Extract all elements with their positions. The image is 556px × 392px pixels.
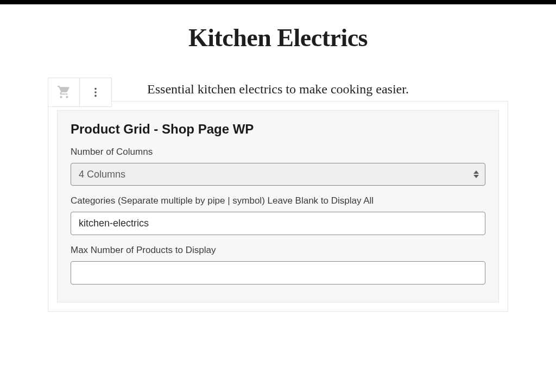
block-container[interactable]: Product Grid - Shop Page WP Number of Co… (48, 101, 508, 312)
block-more-options-button[interactable] (80, 78, 111, 106)
svg-point-0 (94, 88, 97, 90)
svg-point-1 (94, 91, 97, 93)
page-title[interactable]: Kitchen Electrics (0, 23, 556, 52)
block-type-button[interactable] (48, 78, 80, 106)
svg-point-2 (94, 95, 97, 97)
categories-label: Categories (Separate multiple by pipe | … (71, 195, 485, 206)
columns-select[interactable]: 4 Columns (71, 163, 485, 186)
columns-label: Number of Columns (71, 147, 485, 157)
max-products-input[interactable] (71, 261, 485, 284)
categories-input[interactable] (71, 212, 485, 235)
max-products-label: Max Number of Products to Display (71, 245, 485, 256)
more-vertical-icon (90, 86, 102, 98)
block-settings-panel: Product Grid - Shop Page WP Number of Co… (57, 110, 499, 302)
cart-icon (57, 85, 71, 99)
window-top-bar (0, 0, 556, 4)
block-title: Product Grid - Shop Page WP (71, 122, 485, 137)
block-toolbar (48, 78, 112, 107)
